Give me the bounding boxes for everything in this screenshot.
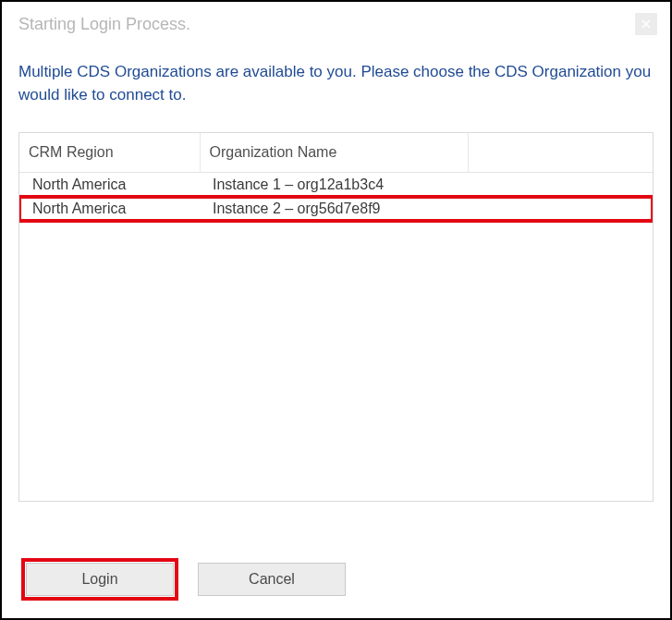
organization-grid: CRM Region Organization Name North Ameri… [18, 132, 654, 502]
cell-region: North America [19, 173, 200, 198]
content-area: Multiple CDS Organizations are available… [2, 43, 670, 502]
cancel-button[interactable]: Cancel [198, 563, 346, 596]
table-row[interactable]: North AmericaInstance 1 – org12a1b3c4 [19, 173, 653, 198]
table-header-row: CRM Region Organization Name [19, 133, 653, 173]
cell-region: North America [19, 197, 200, 221]
header-org-name[interactable]: Organization Name [200, 133, 468, 173]
header-empty[interactable] [468, 133, 653, 173]
close-button[interactable] [635, 13, 657, 35]
close-icon [641, 19, 651, 29]
table-row[interactable]: North AmericaInstance 2 – org56d7e8f9 [19, 197, 653, 221]
window-title: Starting Login Process. [18, 15, 190, 34]
instruction-text: Multiple CDS Organizations are available… [18, 61, 654, 106]
cell-org: Instance 1 – org12a1b3c4 [200, 173, 468, 198]
titlebar: Starting Login Process. [2, 2, 670, 43]
button-row: Login Cancel [26, 563, 346, 596]
cell-empty [468, 173, 653, 198]
header-crm-region[interactable]: CRM Region [19, 133, 200, 173]
login-button[interactable]: Login [26, 563, 174, 596]
organization-table: CRM Region Organization Name North Ameri… [19, 133, 653, 221]
cell-org: Instance 2 – org56d7e8f9 [200, 197, 468, 221]
cell-empty [468, 197, 653, 221]
